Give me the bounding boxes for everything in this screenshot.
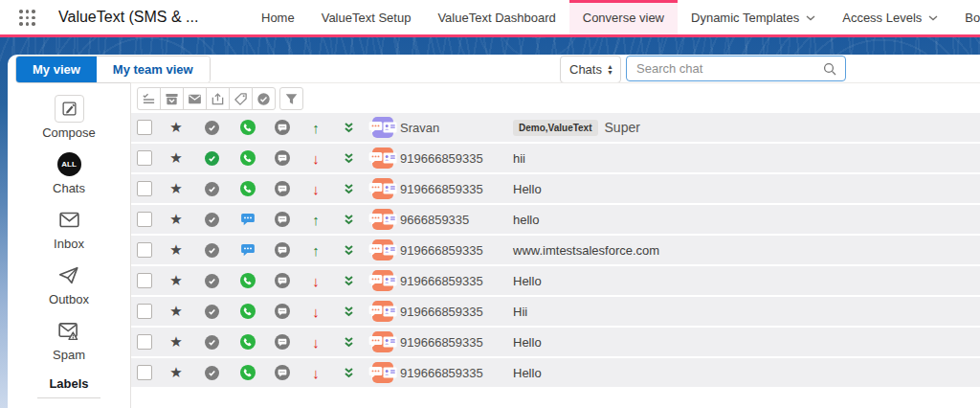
message-preview: Super	[605, 120, 640, 135]
mail-button[interactable]	[183, 87, 207, 110]
sidebar-item-inbox[interactable]: Inbox	[8, 206, 130, 261]
expand-chevrons-icon[interactable]	[332, 367, 366, 379]
expand-chevrons-icon[interactable]	[332, 152, 366, 165]
star-icon[interactable]: ★	[158, 272, 194, 289]
avatar[interactable]	[372, 362, 393, 383]
expand-chevrons-icon[interactable]	[332, 122, 366, 134]
contact-name[interactable]: 919666859335	[400, 366, 513, 380]
star-icon[interactable]: ★	[158, 119, 194, 136]
star-icon[interactable]: ★	[158, 149, 194, 167]
list-check-icon	[144, 94, 154, 102]
nav-tab-valuetext-setup[interactable]: ValueText Setup	[308, 0, 425, 34]
sidebar-item-compose[interactable]: Compose	[8, 95, 130, 150]
chat-row[interactable]: ★ ↓ 919666859335 Hello	[131, 174, 980, 203]
filter-button[interactable]	[279, 87, 303, 110]
star-icon[interactable]: ★	[158, 180, 194, 197]
chat-row[interactable]: ★ ↓ 919666859335 Hii	[131, 297, 980, 326]
star-icon[interactable]: ★	[158, 241, 194, 259]
avatar[interactable]	[372, 178, 393, 199]
sms-bubble-icon	[240, 243, 256, 257]
row-checkbox[interactable]	[137, 365, 152, 380]
unarchive-button[interactable]	[206, 87, 230, 110]
contact-card-icon	[383, 183, 397, 194]
row-checkbox[interactable]	[137, 304, 152, 319]
nav-tab-valuetext-dashboard[interactable]: ValueText Dashboard	[424, 0, 568, 34]
chat-row[interactable]: ★ ↓ 919666859335 Hello	[131, 358, 980, 387]
nav-tab-home[interactable]: Home	[248, 0, 308, 34]
expand-chevrons-icon[interactable]	[332, 183, 366, 195]
archive-button[interactable]	[160, 87, 184, 110]
sidebar-item-spam[interactable]: Spam	[8, 317, 130, 373]
message-preview: Hello	[513, 182, 542, 196]
contact-name[interactable]: 919666859335	[400, 305, 513, 319]
contact-name[interactable]: 919666859335	[400, 274, 513, 288]
star-icon[interactable]: ★	[158, 364, 194, 381]
avatar[interactable]	[372, 239, 393, 261]
whatsapp-icon	[240, 365, 256, 380]
row-checkbox[interactable]	[137, 273, 152, 288]
unarchive-icon	[212, 94, 222, 104]
expand-chevrons-icon[interactable]	[332, 336, 366, 349]
whatsapp-icon	[240, 150, 256, 166]
row-checkbox[interactable]	[137, 334, 152, 350]
contact-card-icon	[383, 306, 397, 317]
contact-name[interactable]: 919666859335	[400, 182, 513, 196]
view-switcher: My view My team view	[15, 56, 211, 83]
scope-stepper-icon[interactable]: ▲▼	[607, 64, 620, 75]
expand-chevrons-icon[interactable]	[332, 306, 366, 318]
chat-row[interactable]: ★ ↑ 9666859335 hello	[131, 205, 980, 234]
chat-list-area: ★ ↑ Sravan Demo,ValueText Supe	[131, 82, 980, 408]
nav-tab-bots[interactable]: Bots	[951, 0, 980, 34]
avatar[interactable]	[372, 147, 393, 169]
avatar[interactable]	[372, 209, 393, 230]
labels-heading[interactable]: Labels	[37, 376, 100, 398]
expand-chevrons-icon[interactable]	[332, 275, 366, 287]
expand-chevrons-icon[interactable]	[332, 244, 366, 257]
chat-row[interactable]: ★ ↓ 919666859335 hii	[131, 144, 980, 172]
avatar[interactable]	[372, 117, 393, 138]
search-scope-select[interactable]: Chats ▲▼	[560, 56, 621, 83]
star-icon[interactable]: ★	[158, 211, 194, 228]
row-checkbox[interactable]	[137, 150, 152, 166]
row-checkbox[interactable]	[137, 181, 152, 196]
contact-name[interactable]: 9666859335	[400, 213, 513, 227]
avatar[interactable]	[372, 331, 393, 352]
chat-row[interactable]: ★ ↑ Sravan Demo,ValueText Supe	[131, 113, 980, 142]
list-check-button[interactable]	[137, 87, 161, 110]
row-checkbox[interactable]	[137, 212, 152, 227]
nav-tab-converse-view[interactable]: Converse view	[569, 0, 678, 34]
contact-name[interactable]: 919666859335	[400, 243, 513, 258]
tab-my-team-view[interactable]: My team view	[97, 57, 210, 82]
check-circle-button[interactable]	[252, 87, 276, 110]
search-scope-value: Chats	[561, 62, 607, 77]
outbox-icon	[58, 261, 79, 289]
contact-name[interactable]: Sravan	[400, 121, 513, 135]
app-launcher-icon[interactable]	[19, 10, 35, 26]
search-input[interactable]	[627, 61, 823, 76]
tab-my-view[interactable]: My view	[16, 57, 97, 82]
chat-rows: ★ ↑ Sravan Demo,ValueText Supe	[131, 113, 980, 387]
sidebar-item-chats[interactable]: ALL Chats	[8, 150, 130, 206]
row-checkbox[interactable]	[137, 120, 152, 135]
chats-all-icon: ALL	[57, 150, 81, 178]
contact-card-icon	[383, 336, 397, 348]
star-icon[interactable]: ★	[158, 303, 194, 320]
direction-arrow-icon: ↓	[300, 273, 332, 289]
main-panel: My view My team view Chats ▲▼ Compose AL…	[8, 55, 980, 408]
expand-chevrons-icon[interactable]	[332, 214, 366, 226]
search-icon[interactable]	[823, 62, 845, 76]
star-icon[interactable]: ★	[158, 333, 194, 351]
top-navigation-bar: ValueText (SMS & ... Home ValueText Setu…	[0, 0, 980, 34]
contact-name[interactable]: 919666859335	[400, 335, 513, 350]
chat-row[interactable]: ★ ↓ 919666859335 Hello	[131, 266, 980, 295]
tag-button[interactable]	[229, 87, 253, 110]
nav-tab-access-levels[interactable]: Access Levels	[829, 0, 951, 34]
nav-tab-dynamic-templates[interactable]: Dynamic Templates	[678, 0, 829, 34]
chat-row[interactable]: ★ ↓ 919666859335 Hello	[131, 328, 980, 356]
chat-row[interactable]: ★ ↑ 919666859335 www.imtestsa	[131, 236, 980, 264]
contact-name[interactable]: 919666859335	[400, 151, 513, 166]
sidebar-item-outbox[interactable]: Outbox	[8, 261, 130, 317]
avatar[interactable]	[372, 301, 393, 322]
avatar[interactable]	[372, 270, 393, 291]
row-checkbox[interactable]	[137, 242, 152, 258]
